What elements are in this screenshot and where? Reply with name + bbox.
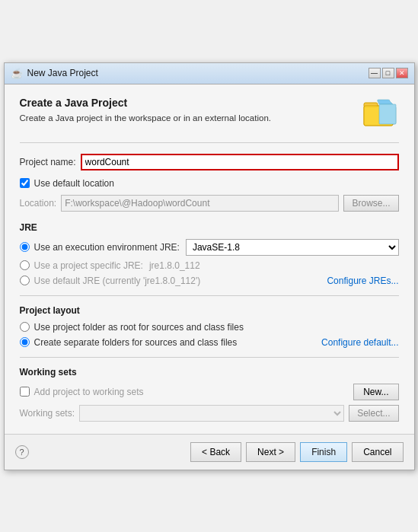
jre-section-title: JRE [20,222,399,233]
footer-left: ? [15,445,29,459]
project-name-row: Project name: [20,154,399,170]
header-section: Create a Java Project Create a Java proj… [20,97,399,130]
jre-specific-value: jre1.8.0_112 [149,260,200,271]
main-content: Create a Java Project Create a Java proj… [5,84,414,434]
header-divider [20,142,399,143]
default-location-row: Use default location [20,178,399,189]
layout-option2-row: Create separate folders for sources and … [20,337,399,348]
jre-section: JRE Use an execution environment JRE: Ja… [20,222,399,286]
add-working-sets-checkbox[interactable] [20,387,30,397]
cancel-button[interactable]: Cancel [352,442,403,462]
project-name-label: Project name: [20,157,76,167]
jre-environment-select[interactable]: JavaSE-1.8 [186,239,399,256]
working-sets-select-label: Working sets: [20,408,75,419]
title-bar-buttons: — □ ✕ [369,68,408,78]
title-bar-left: ☕ New Java Project [11,68,98,79]
jre-divider [20,295,399,296]
jre-option2-radio[interactable] [20,260,30,270]
footer-buttons: < Back Next > Finish Cancel [190,442,403,462]
window-title-icon: ☕ [11,68,23,79]
jre-option3-row: Use default JRE (currently 'jre1.8.0_112… [20,276,399,286]
working-sets-select-row: Working sets: Select... [20,405,399,422]
layout-divider [20,357,399,358]
next-button[interactable]: Next > [246,442,295,462]
project-layout-section: Project layout Use project folder as roo… [20,305,399,348]
layout-option2-label: Create separate folders for sources and … [34,337,238,348]
finish-button[interactable]: Finish [300,442,347,462]
configure-default-link[interactable]: Configure default... [321,337,398,348]
jre-option2-row: Use a project specific JRE: jre1.8.0_112 [20,260,399,271]
configure-jres-link[interactable]: Configure JREs... [327,276,398,286]
location-input[interactable] [61,195,339,212]
jre-option2-label: Use a project specific JRE: [34,260,143,271]
maximize-button[interactable]: □ [382,68,394,78]
layout-option1-radio[interactable] [20,322,30,332]
working-sets-title: Working sets [20,367,399,377]
back-button[interactable]: < Back [190,442,241,462]
working-sets-section: Working sets Add project to working sets… [20,367,399,422]
add-to-working-sets-row: Add project to working sets New... [20,384,399,400]
project-name-input[interactable] [81,154,399,170]
default-location-checkbox[interactable] [20,178,30,188]
location-label: Location: [20,198,57,209]
minimize-button[interactable]: — [369,68,381,78]
header-folder-icon [362,97,399,130]
layout-option2-radio[interactable] [20,337,30,347]
page-description: Create a Java project in the workspace o… [20,112,272,124]
default-location-label: Use default location [34,178,114,189]
main-window: ☕ New Java Project — □ ✕ Create a Java P… [4,62,415,470]
svg-rect-3 [379,104,396,124]
footer: ? < Back Next > Finish Cancel [5,434,414,470]
help-button[interactable]: ? [15,445,29,459]
add-working-sets-label: Add project to working sets [34,387,354,397]
select-working-sets-button[interactable]: Select... [349,405,398,422]
jre-option1-radio[interactable] [20,242,30,252]
layout-option1-row: Use project folder as root for sources a… [20,322,399,333]
layout-option1-label: Use project folder as root for sources a… [34,322,244,333]
location-row: Location: Browse... [20,195,399,212]
page-title: Create a Java Project [20,97,272,109]
close-button[interactable]: ✕ [396,68,408,78]
jre-option3-label: Use default JRE (currently 'jre1.8.0_112… [34,276,201,286]
new-working-set-button[interactable]: New... [353,384,398,400]
jre-option1-row: Use an execution environment JRE: JavaSE… [20,239,399,256]
working-sets-select[interactable] [79,405,344,422]
jre-option1-label: Use an execution environment JRE: [34,242,180,253]
browse-button[interactable]: Browse... [343,195,398,212]
jre-option3-radio[interactable] [20,276,30,285]
window-title: New Java Project [27,68,98,78]
title-bar: ☕ New Java Project — □ ✕ [5,63,414,84]
project-layout-title: Project layout [20,305,399,316]
header-text: Create a Java Project Create a Java proj… [20,97,272,124]
